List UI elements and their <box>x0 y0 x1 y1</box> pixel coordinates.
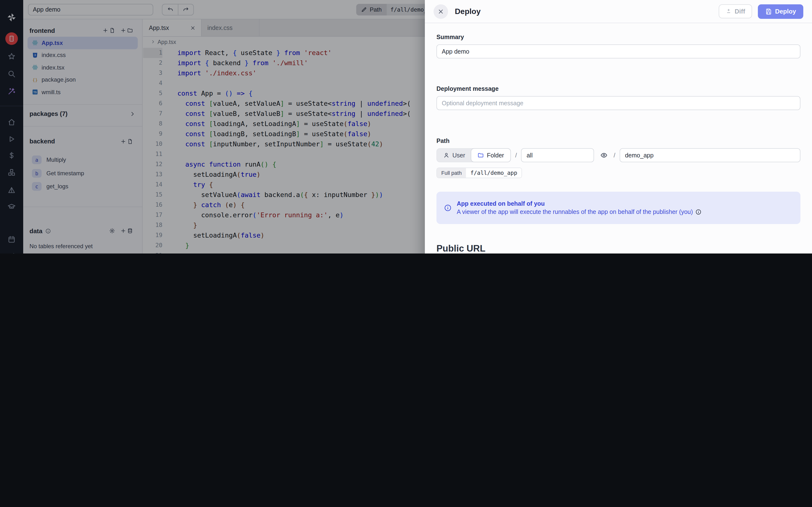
close-drawer-button[interactable] <box>434 4 448 18</box>
deploy-drawer: Deploy Diff Deploy Summary Deployment me… <box>425 0 812 253</box>
windmill-app-editor: Path f/all/demo_app frontend App.tsx3ind… <box>0 0 812 253</box>
eye-icon[interactable] <box>601 152 608 159</box>
info-body: A viewer of the app will execute the run… <box>457 209 693 215</box>
folder-icon <box>478 152 484 158</box>
on-behalf-info-box: App executed on behalf of you A viewer o… <box>437 192 800 224</box>
drawer-title: Deploy <box>455 7 481 16</box>
path-separator: / <box>614 152 615 159</box>
path-owner-input[interactable] <box>521 148 594 162</box>
summary-input[interactable] <box>437 44 800 58</box>
deployment-message-input[interactable] <box>437 96 800 110</box>
owner-kind-folder[interactable]: Folder <box>471 148 511 162</box>
deployment-message-label: Deployment message <box>437 86 800 92</box>
info-icon <box>444 204 451 212</box>
deploy-button-label: Deploy <box>775 8 796 15</box>
owner-kind-toggle: User Folder <box>437 148 511 162</box>
path-name-input[interactable] <box>620 148 800 162</box>
info-icon[interactable] <box>695 209 701 215</box>
public-url-heading: Public URL <box>437 243 800 253</box>
diff-button-label: Diff <box>735 8 745 15</box>
drawer-header: Deploy Diff Deploy <box>425 0 812 23</box>
full-path-label: Full path <box>437 168 466 178</box>
owner-kind-user[interactable]: User <box>437 149 471 162</box>
deploy-button[interactable]: Deploy <box>758 4 803 18</box>
path-separator: / <box>515 152 517 159</box>
save-icon <box>765 8 772 15</box>
user-icon <box>443 152 450 158</box>
diff-icon <box>725 8 732 14</box>
diff-button[interactable]: Diff <box>719 4 752 18</box>
path-label: Path <box>437 137 800 145</box>
full-path-value: f/all/demo_app <box>466 168 521 178</box>
full-path-badge: Full path f/all/demo_app <box>437 168 522 178</box>
summary-label: Summary <box>437 34 800 41</box>
info-title: App executed on behalf of you <box>457 201 701 207</box>
